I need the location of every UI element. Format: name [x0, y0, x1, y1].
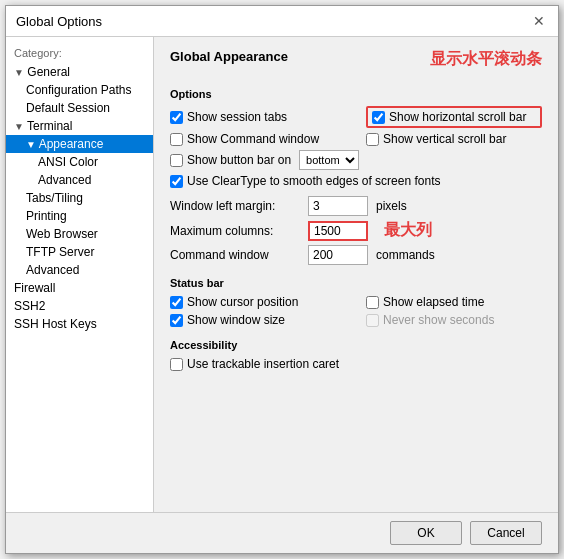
command-window-unit: commands [376, 248, 435, 262]
sidebar-item-advanced2[interactable]: Advanced [6, 261, 153, 279]
show-cursor-position-text: Show cursor position [187, 295, 298, 309]
window-left-margin-input[interactable]: 3 [308, 196, 368, 216]
sidebar-item-tftp-server[interactable]: TFTP Server [6, 243, 153, 261]
sidebar-item-config-paths[interactable]: Configuration Paths [6, 81, 153, 99]
never-show-seconds-checkbox [366, 314, 379, 327]
show-command-window-checkbox[interactable] [170, 133, 183, 146]
use-cleartype-checkbox[interactable] [170, 175, 183, 188]
annotation-bottom: 最大列 [384, 220, 432, 241]
show-elapsed-time-label[interactable]: Show elapsed time [366, 295, 542, 309]
show-window-size-text: Show window size [187, 313, 285, 327]
global-options-dialog: Global Options ✕ Category: ▼ General Con… [5, 5, 559, 554]
never-show-seconds-text: Never show seconds [383, 313, 494, 327]
show-cursor-position-checkbox[interactable] [170, 296, 183, 309]
show-horizontal-scroll-text: Show horizontal scroll bar [389, 110, 526, 124]
ok-button[interactable]: OK [390, 521, 462, 545]
window-left-margin-unit: pixels [376, 199, 407, 213]
use-trackable-text: Use trackable insertion caret [187, 357, 339, 371]
show-elapsed-time-checkbox[interactable] [366, 296, 379, 309]
cancel-button[interactable]: Cancel [470, 521, 542, 545]
button-bar-position-select[interactable]: bottom top [299, 150, 359, 170]
show-vertical-scroll-checkbox[interactable] [366, 133, 379, 146]
show-horizontal-scroll-box: Show horizontal scroll bar [366, 106, 542, 128]
sidebar-item-terminal[interactable]: ▼ Terminal [6, 117, 153, 135]
show-session-tabs-label[interactable]: Show session tabs [170, 110, 346, 124]
show-window-size-checkbox[interactable] [170, 314, 183, 327]
show-session-tabs-text: Show session tabs [187, 110, 287, 124]
show-cursor-position-label[interactable]: Show cursor position [170, 295, 346, 309]
show-button-bar-checkbox[interactable] [170, 154, 183, 167]
sidebar-item-advanced[interactable]: Advanced [6, 171, 153, 189]
show-command-window-text: Show Command window [187, 132, 319, 146]
sidebar-item-ssh-host-keys[interactable]: SSH Host Keys [6, 315, 153, 333]
sidebar-item-default-session[interactable]: Default Session [6, 99, 153, 117]
sidebar-item-ssh2[interactable]: SSH2 [6, 297, 153, 315]
sidebar-item-tabs-tiling[interactable]: Tabs/Tiling [6, 189, 153, 207]
show-command-window-label[interactable]: Show Command window [170, 132, 346, 146]
command-window-label: Command window [170, 248, 300, 262]
sidebar-item-general[interactable]: ▼ General [6, 63, 153, 81]
maximum-columns-input[interactable] [308, 221, 368, 241]
dialog-body: Category: ▼ General Configuration Paths … [6, 37, 558, 512]
use-trackable-label[interactable]: Use trackable insertion caret [170, 357, 339, 371]
sidebar-item-appearance[interactable]: ▼ Appearance [6, 135, 153, 153]
sidebar-item-firewall[interactable]: Firewall [6, 279, 153, 297]
never-show-seconds-label: Never show seconds [366, 313, 542, 327]
command-window-input[interactable] [308, 245, 368, 265]
status-bar-label: Status bar [170, 277, 542, 289]
dialog-title: Global Options [16, 14, 102, 29]
annotation-top: 显示水平滚动条 [430, 49, 542, 70]
show-button-bar-text: Show button bar on [187, 153, 291, 167]
options-label: Options [170, 88, 542, 100]
show-vertical-scroll-text: Show vertical scroll bar [383, 132, 506, 146]
use-trackable-checkbox[interactable] [170, 358, 183, 371]
maximum-columns-label: Maximum columns: [170, 224, 300, 238]
category-label: Category: [6, 45, 153, 63]
show-button-bar-label[interactable]: Show button bar on [170, 153, 291, 167]
use-cleartype-label[interactable]: Use ClearType to smooth edges of screen … [170, 174, 440, 188]
show-vertical-scroll-label[interactable]: Show vertical scroll bar [366, 132, 542, 146]
use-cleartype-text: Use ClearType to smooth edges of screen … [187, 174, 440, 188]
section-title: Global Appearance [170, 49, 288, 68]
show-horizontal-scroll-checkbox[interactable] [372, 111, 385, 124]
accessibility-label: Accessibility [170, 339, 542, 351]
close-button[interactable]: ✕ [530, 12, 548, 30]
category-tree: Category: ▼ General Configuration Paths … [6, 37, 154, 512]
sidebar-item-web-browser[interactable]: Web Browser [6, 225, 153, 243]
show-window-size-label[interactable]: Show window size [170, 313, 346, 327]
show-session-tabs-checkbox[interactable] [170, 111, 183, 124]
title-bar: Global Options ✕ [6, 6, 558, 37]
dialog-footer: OK Cancel [6, 512, 558, 553]
sidebar-item-printing[interactable]: Printing [6, 207, 153, 225]
sidebar-item-ansi-color[interactable]: ANSI Color [6, 153, 153, 171]
content-area: Global Appearance 显示水平滚动条 Options Show s… [154, 37, 558, 512]
window-left-margin-label: Window left margin: [170, 199, 300, 213]
show-elapsed-time-text: Show elapsed time [383, 295, 484, 309]
